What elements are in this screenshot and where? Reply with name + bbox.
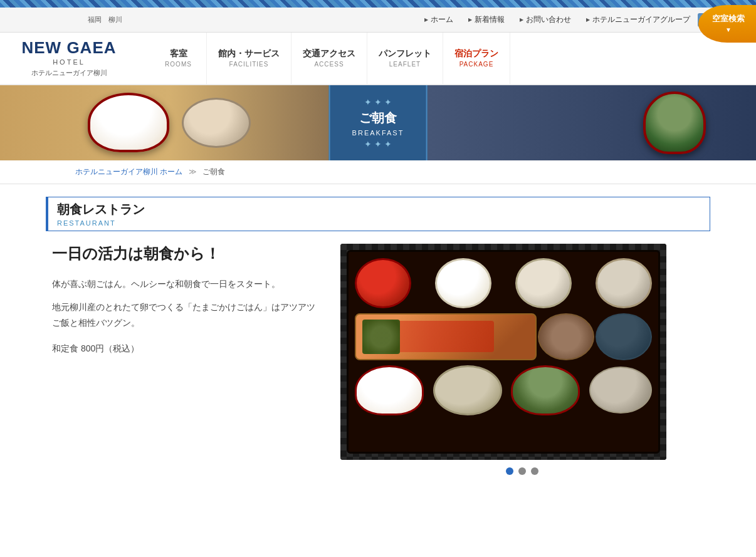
nav-news[interactable]: 新着情報 (461, 8, 512, 33)
breadcrumb-home-link[interactable]: ホテルニューガイア柳川 ホーム (75, 167, 182, 176)
fish-plate (355, 313, 537, 360)
main-content: 一日の活力は朝食から！ 体が喜ぶ朝ごはん。ヘルシーな和朝食で一日をスタート。 地… (46, 244, 710, 475)
nav-group[interactable]: ホテルニューガイアグループ (579, 8, 698, 33)
main-nav: 客室 ROOMS 館内・サービス FACILITIES 交通アクセス ACCES… (138, 33, 756, 84)
breadcrumb: ホテルニューガイア柳川 ホーム ≫ ご朝食 (0, 160, 756, 184)
top-nav-bar: 福岡 柳川 ホーム 新着情報 お問い合わせ ホテルニューガイアグループ Engl… (0, 8, 756, 33)
content-para1: 体が喜ぶ朝ごはん。ヘルシーな和朝食で一日をスタート。 (52, 276, 315, 292)
content-para2: 地元柳川産のとれたて卵でつくる「たまごかけごはん」はアツアツご飯と相性バツグン。 (52, 299, 315, 331)
plate-hero (182, 98, 251, 148)
white-bowl (435, 258, 491, 308)
hero-food-left (0, 85, 339, 160)
nav-access[interactable]: 交通アクセス ACCESS (291, 33, 367, 84)
pattern-bar-top (0, 0, 756, 8)
top-nav-links: ホーム 新着情報 お問い合わせ ホテルニューガイアグループ English (417, 8, 743, 33)
breadcrumb-separator: ≫ (189, 167, 197, 176)
rice-bowl-main (355, 365, 424, 415)
logo-area: NEW GAEA HOTEL ホテルニューガイア柳川 (0, 33, 138, 84)
breadcrumb-current: ご朝食 (202, 167, 225, 176)
miso-soup-hero (643, 91, 706, 154)
dot-3[interactable] (531, 467, 538, 475)
header: NEW GAEA HOTEL ホテルニューガイア柳川 客室 ROOMS 館内・サ… (0, 33, 756, 85)
hero-food-right (380, 85, 756, 160)
rice-bowl-hero (88, 93, 169, 152)
nav-package[interactable]: 宿泊プラン PACKAGE (443, 33, 510, 84)
text-block: 一日の活力は朝食から！ 体が喜ぶ朝ごはん。ヘルシーな和朝食で一日をスタート。 地… (52, 244, 315, 365)
small-dish-2 (596, 258, 652, 308)
middle-bowl (433, 365, 502, 415)
vacancy-search-button[interactable]: 空室検索 (698, 5, 756, 43)
section-header: 朝食レストラン RESTAURANT (46, 197, 710, 231)
logo-japanese: ホテルニューガイア柳川 (31, 68, 107, 78)
nav-facilities[interactable]: 館内・サービス FACILITIES (207, 33, 291, 84)
nav-leaflet[interactable]: パンフレット LEAFLET (367, 33, 443, 84)
logo-name: NEW GAEA (22, 39, 117, 57)
tray (347, 250, 660, 454)
nav-contact[interactable]: お問い合わせ (512, 8, 579, 33)
section-title-en: RESTAURANT (57, 219, 710, 227)
hero-banner: ✦ ✦ ✦ ご朝食 BREAKFAST ✦ ✦ ✦ (0, 85, 756, 160)
logo-hotel: HOTEL (53, 58, 85, 66)
hero-deco-top: ✦ ✦ ✦ (352, 96, 404, 107)
location-label: 福岡 柳川 (88, 15, 122, 24)
blue-dish (596, 313, 652, 360)
egg-dish (355, 258, 411, 308)
section-title-jp: 朝食レストラン (57, 201, 710, 218)
nav-home[interactable]: ホーム (417, 8, 461, 33)
content-price: 和定食 800円（税込） (52, 341, 315, 357)
hero-deco-bot: ✦ ✦ ✦ (352, 138, 404, 148)
dot-2[interactable] (518, 467, 526, 475)
content-wrapper: 朝食レストラン RESTAURANT 一日の活力は朝食から！ 体が喜ぶ朝ごはん。… (33, 184, 723, 487)
dots-indicator (340, 467, 704, 475)
image-area (340, 244, 704, 475)
dot-1[interactable] (506, 467, 513, 475)
hero-overlay-card: ✦ ✦ ✦ ご朝食 BREAKFAST ✦ ✦ ✦ (329, 85, 428, 160)
main-food-image (340, 244, 666, 460)
nav-rooms[interactable]: 客室 ROOMS (150, 33, 207, 84)
hero-title-en: BREAKFAST (352, 128, 404, 136)
content-heading: 一日の活力は朝食から！ (52, 244, 315, 264)
last-bowl (589, 367, 652, 414)
small-side-dish (515, 258, 572, 308)
garnish (362, 320, 400, 354)
hero-title-jp: ご朝食 (352, 109, 404, 126)
miso-bowl-main (511, 365, 580, 415)
small-bowl-side (538, 313, 594, 360)
